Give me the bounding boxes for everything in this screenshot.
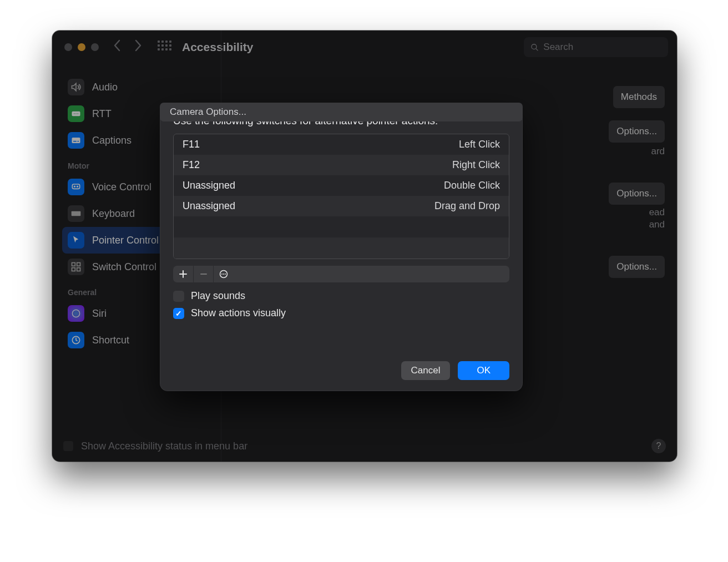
pointer-icon (68, 232, 84, 249)
svg-rect-13 (72, 263, 75, 266)
show-status-label: Show Accessibility status in menu bar (81, 441, 247, 452)
switch-action: Right Click (452, 159, 500, 171)
svg-point-4 (75, 113, 77, 114)
switch-key: F11 (183, 139, 200, 150)
traffic-lights (64, 43, 99, 51)
svg-point-0 (532, 44, 537, 49)
table-row-empty (174, 237, 509, 259)
show-all-icon[interactable] (158, 40, 171, 54)
sidebar-label: Switch Control (92, 261, 156, 273)
options-button-1[interactable]: Options... (609, 120, 665, 143)
svg-rect-6 (72, 138, 80, 143)
switch-action: Double Click (444, 180, 500, 191)
sidebar-label: Keyboard (92, 208, 135, 220)
switch-key: Unassigned (183, 180, 235, 191)
search-field[interactable] (524, 37, 668, 57)
cancel-button[interactable]: Cancel (401, 361, 451, 380)
footer: Show Accessibility status in menu bar ? (52, 431, 677, 462)
rtt-icon (68, 105, 84, 122)
table-row[interactable]: F11 Left Click (174, 134, 509, 155)
switch-action: Left Click (459, 139, 500, 150)
sidebar-label: Audio (92, 82, 118, 93)
fullscreen-window-button[interactable] (91, 43, 99, 51)
nav-arrows (113, 39, 142, 55)
sidebar-label: Pointer Control (92, 235, 159, 246)
table-row-empty (174, 216, 509, 237)
minimize-window-button[interactable] (78, 43, 85, 51)
system-preferences-window: Accessibility Audio RTT (52, 31, 677, 462)
sidebar-label: Siri (92, 308, 107, 320)
alternative-pointer-actions-sheet: Use the following switches for alternati… (160, 103, 523, 391)
svg-rect-12 (72, 211, 81, 216)
sidebar-label: Shortcut (92, 335, 129, 346)
table-actions-segment (173, 266, 509, 282)
add-switch-button[interactable] (173, 266, 193, 282)
show-status-checkbox[interactable] (63, 441, 73, 451)
shortcut-icon (68, 332, 84, 348)
back-button[interactable] (113, 39, 121, 55)
sidebar-label: Voice Control (92, 181, 151, 193)
sidebar-item-audio[interactable]: Audio (62, 74, 213, 100)
forward-button[interactable] (134, 39, 142, 55)
switch-key: F12 (183, 159, 200, 171)
audio-icon (68, 79, 84, 95)
svg-point-22 (225, 274, 226, 275)
switches-table: F11 Left Click F12 Right Click Unassigne… (173, 134, 509, 259)
svg-point-5 (78, 113, 79, 114)
show-actions-row: Show actions visually (173, 307, 509, 319)
show-actions-checkbox[interactable] (173, 308, 184, 319)
switch-action: Drag and Drop (434, 200, 500, 212)
play-sounds-label: Play sounds (191, 290, 245, 302)
search-icon (530, 43, 539, 52)
svg-rect-7 (73, 141, 77, 142)
remove-switch-button[interactable] (193, 266, 213, 282)
captions-icon (68, 132, 84, 149)
sidebar-label: RTT (92, 108, 112, 120)
svg-rect-8 (78, 141, 79, 142)
svg-point-21 (223, 274, 224, 275)
keyboard-icon (68, 205, 84, 222)
sheet-title: Use the following switches for alternati… (173, 115, 509, 127)
svg-rect-16 (77, 268, 80, 271)
table-row[interactable]: Unassigned Drag and Drop (174, 196, 509, 216)
svg-rect-15 (72, 268, 75, 271)
window-title: Accessibility (182, 40, 253, 54)
show-actions-label: Show actions visually (191, 307, 286, 319)
svg-point-3 (74, 113, 75, 114)
more-actions-button[interactable] (213, 266, 233, 282)
options-button-2[interactable]: Options... (609, 183, 665, 205)
play-sounds-checkbox[interactable] (173, 291, 184, 302)
table-row[interactable]: Unassigned Double Click (174, 175, 509, 196)
svg-line-1 (536, 48, 538, 50)
svg-point-20 (221, 274, 223, 275)
switch-key: Unassigned (183, 200, 235, 212)
methods-button[interactable]: Methods (613, 86, 665, 108)
partial-text: and (649, 219, 665, 230)
help-button[interactable]: ? (651, 439, 666, 453)
svg-point-11 (77, 186, 78, 187)
partial-text: ead (649, 207, 665, 218)
svg-point-10 (74, 186, 75, 187)
search-input[interactable] (543, 42, 661, 53)
siri-icon (68, 305, 84, 322)
partial-text: ard (651, 146, 665, 157)
table-row[interactable]: F12 Right Click (174, 155, 509, 175)
close-window-button[interactable] (64, 43, 72, 51)
options-button-3[interactable]: Options... (609, 256, 665, 278)
titlebar: Accessibility (52, 31, 677, 64)
play-sounds-row: Play sounds (173, 290, 509, 302)
switch-control-icon (68, 259, 84, 275)
ok-button[interactable]: OK (458, 361, 509, 380)
svg-point-17 (72, 310, 79, 317)
voice-control-icon (68, 179, 84, 195)
svg-rect-9 (72, 184, 79, 189)
svg-rect-14 (77, 263, 80, 266)
sidebar-label: Captions (92, 135, 132, 146)
